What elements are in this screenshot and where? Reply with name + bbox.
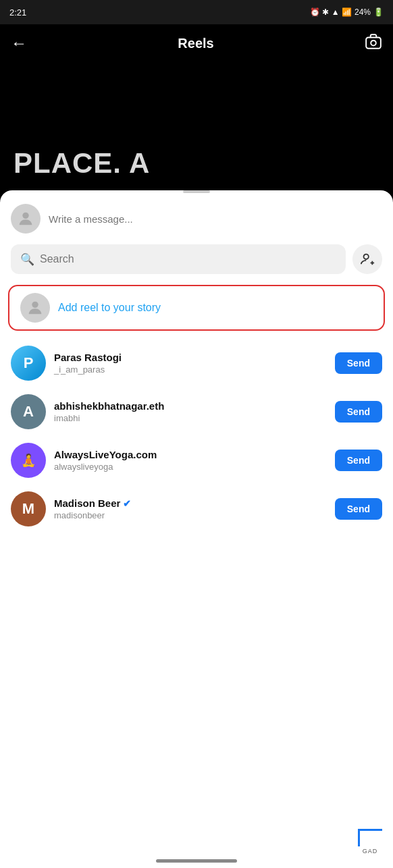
- contact-handle: _i_am_paras: [54, 364, 327, 375]
- contact-name: Madison Beer ✔: [54, 497, 327, 509]
- add-person-button[interactable]: [352, 244, 382, 274]
- verified-badge: ✔: [123, 498, 131, 509]
- story-avatar: [20, 293, 50, 323]
- page-title: Reels: [178, 36, 213, 51]
- search-bar[interactable]: 🔍: [11, 244, 346, 274]
- top-nav: ← Reels: [0, 24, 393, 62]
- send-button-abhishek[interactable]: Send: [335, 401, 382, 423]
- home-indicator: [156, 859, 237, 863]
- search-icon: 🔍: [20, 252, 34, 267]
- svg-point-1: [371, 40, 376, 46]
- contact-row: 🧘 AlwaysLiveYoga.com alwaysliveyoga Send: [11, 436, 382, 485]
- watermark-box: [358, 829, 382, 846]
- contact-name: AlwaysLiveYoga.com: [54, 449, 327, 460]
- bottom-sheet: 🔍 Add reel to your story P: [0, 190, 393, 868]
- camera-button[interactable]: [365, 32, 382, 54]
- drag-handle[interactable]: [183, 190, 210, 193]
- contact-info-paras: Paras Rastogi _i_am_paras: [54, 352, 327, 375]
- send-button-yoga[interactable]: Send: [335, 450, 382, 471]
- contact-handle: madisonbeer: [54, 510, 327, 520]
- reel-title-text: PLACE. A: [14, 147, 150, 180]
- contact-row: A abhishekbhatnagar.eth imabhi Send: [11, 387, 382, 436]
- svg-rect-0: [366, 38, 381, 49]
- contact-info-yoga: AlwaysLiveYoga.com alwaysliveyoga: [54, 449, 327, 472]
- contact-row: M Madison Beer ✔ madisonbeer Send: [11, 485, 382, 533]
- contact-info-abhishek: abhishekbhatnagar.eth imabhi: [54, 400, 327, 423]
- add-to-story-row[interactable]: Add reel to your story: [8, 285, 385, 331]
- battery-icon: 🔋: [373, 7, 384, 17]
- send-button-madison[interactable]: Send: [335, 498, 382, 520]
- contact-name: Paras Rastogi: [54, 352, 327, 363]
- message-input[interactable]: [49, 205, 382, 232]
- contact-avatar-yoga: 🧘: [11, 443, 46, 478]
- status-bar: 2:21 ⏰ ✱ ▲ 📶 24% 🔋: [0, 0, 393, 24]
- svg-point-6: [32, 302, 38, 308]
- watermark: GAD: [354, 829, 386, 855]
- status-icons: ⏰ ✱ ▲ 📶: [310, 7, 352, 17]
- reel-preview: PLACE. A: [0, 62, 393, 190]
- contact-handle: imabhi: [54, 413, 327, 423]
- user-avatar: [11, 204, 41, 234]
- contact-name: abhishekbhatnagar.eth: [54, 400, 327, 412]
- status-battery: 24%: [355, 7, 371, 17]
- contact-avatar-madison: M: [11, 491, 46, 526]
- contacts-list: P Paras Rastogi _i_am_paras Send A abhis…: [0, 339, 393, 533]
- svg-point-3: [364, 254, 369, 259]
- contact-handle: alwaysliveyoga: [54, 462, 327, 472]
- send-button-paras[interactable]: Send: [335, 352, 382, 374]
- status-right: ⏰ ✱ ▲ 📶 24% 🔋: [310, 7, 384, 17]
- story-label: Add reel to your story: [58, 302, 161, 314]
- svg-point-2: [22, 213, 28, 219]
- status-left: 2:21: [9, 7, 26, 18]
- status-time: 2:21: [9, 7, 26, 18]
- contact-info-madison: Madison Beer ✔ madisonbeer: [54, 497, 327, 520]
- message-row: [0, 204, 393, 244]
- contact-row: P Paras Rastogi _i_am_paras Send: [11, 339, 382, 387]
- search-row: 🔍: [0, 244, 393, 285]
- back-button[interactable]: ←: [11, 34, 27, 53]
- watermark-label: GAD: [363, 848, 378, 855]
- contact-avatar-paras: P: [11, 346, 46, 381]
- contact-avatar-abhishek: A: [11, 394, 46, 429]
- search-input[interactable]: [40, 253, 336, 265]
